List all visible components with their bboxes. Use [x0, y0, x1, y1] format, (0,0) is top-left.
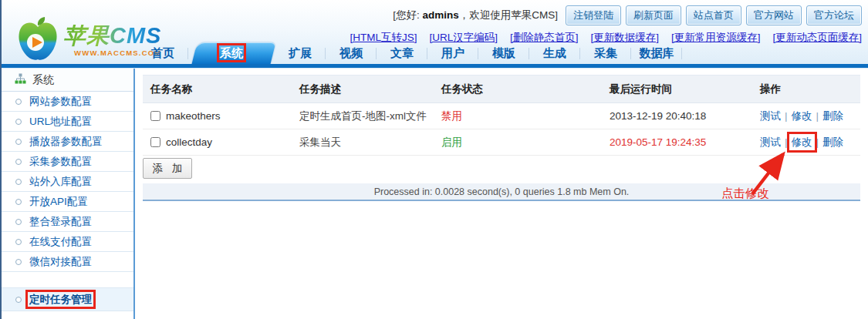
last-run-time: 2013-12-19 20:40:18 — [610, 110, 706, 122]
col-task-status: 任务状态 — [434, 76, 602, 103]
scheduled-tasks-red-box: 定时任务管理 — [29, 294, 92, 305]
link-update-resource-cache[interactable]: [更新常用资源缓存] — [671, 31, 761, 45]
task-description: 采集当天 — [292, 129, 434, 156]
status-badge: 禁用 — [441, 110, 462, 122]
sidebar-menu: 网站参数配置 URL地址配置 播放器参数配置 采集参数配置 站外入库配置 开放A… — [2, 92, 133, 272]
col-task-description: 任务描述 — [292, 76, 434, 103]
edit-link[interactable]: 修改 — [792, 110, 812, 122]
site-home-button[interactable]: 站点首页 — [686, 5, 741, 25]
header: 苹果CMS WWW.MACCMS.COM [您好: admins，欢迎使用苹果C… — [2, 0, 868, 68]
add-task-button[interactable]: 添 加 — [143, 158, 192, 179]
tab-system-label-red-box: 系统 — [220, 46, 243, 59]
table-row-makeothers: makeothers 定时生成首页-地图-xml文件 禁用 2013-12-19… — [143, 103, 860, 129]
sidebar-item-wechat[interactable]: 微信对接配置 — [2, 252, 133, 272]
processing-footer: Processed in: 0.0028 second(s), 0 querie… — [143, 183, 860, 201]
sidebar-item-collect-params[interactable]: 采集参数配置 — [2, 152, 133, 172]
official-site-button[interactable]: 官方网站 — [746, 5, 802, 25]
col-last-run-time: 最后运行时间 — [602, 76, 752, 103]
official-forum-button[interactable]: 官方论坛 — [806, 5, 862, 25]
maccms-admin-page: 苹果CMS WWW.MACCMS.COM [您好: admins，欢迎使用苹果C… — [0, 0, 868, 319]
sidebar-spacer — [2, 272, 133, 288]
last-run-time: 2019-05-17 19:24:35 — [610, 136, 706, 148]
task-description: 定时生成首页-地图-xml文件 — [292, 103, 434, 129]
sidebar-section-header: 系统 — [2, 69, 133, 92]
main-content: 任务名称 任务描述 任务状态 最后运行时间 操作 makeothers 定时生成… — [135, 69, 868, 319]
edit-link-highlighted[interactable]: 修改 — [792, 136, 812, 148]
nav-bottom-bar — [2, 64, 868, 68]
sidebar-section-title: 系统 — [32, 73, 54, 87]
table-row-collectday: collectday 采集当天 启用 2019-05-17 19:24:35 测… — [143, 129, 860, 156]
row-checkbox[interactable] — [150, 137, 160, 147]
row-checkbox[interactable] — [150, 111, 160, 121]
sidebar-item-site-params[interactable]: 网站参数配置 — [2, 92, 133, 112]
tab-extension[interactable]: 扩展 — [275, 42, 326, 64]
tab-collect[interactable]: 采集 — [580, 42, 631, 64]
table-header-row: 任务名称 任务描述 任务状态 最后运行时间 操作 — [143, 76, 860, 103]
tab-user[interactable]: 用户 — [427, 42, 478, 64]
delete-link[interactable]: 删除 — [822, 110, 843, 122]
sidebar-item-external-store[interactable]: 站外入库配置 — [2, 172, 133, 192]
tab-video[interactable]: 视频 — [326, 42, 377, 64]
main-nav: 首页 系统 扩展 视频 文章 用户 模版 生成 采集 数据库 — [137, 42, 682, 64]
tab-generate[interactable]: 生成 — [529, 42, 580, 64]
sidebar: 系统 网站参数配置 URL地址配置 播放器参数配置 采集参数配置 站外入库配置 … — [2, 69, 135, 319]
apple-logo-icon — [17, 17, 59, 65]
logout-button[interactable]: 注销登陆 — [566, 5, 621, 25]
sidebar-item-online-payment[interactable]: 在线支付配置 — [2, 232, 133, 252]
task-table: 任务名称 任务描述 任务状态 最后运行时间 操作 makeothers 定时生成… — [143, 75, 860, 156]
sidebar-item-player-params[interactable]: 播放器参数配置 — [2, 132, 133, 152]
col-actions: 操作 — [752, 76, 860, 103]
tab-article[interactable]: 文章 — [377, 42, 427, 64]
status-badge: 启用 — [441, 136, 462, 148]
test-link[interactable]: 测试 — [760, 136, 781, 148]
refresh-page-button[interactable]: 刷新页面 — [626, 5, 681, 25]
sidebar-item-open-api[interactable]: 开放API配置 — [2, 192, 133, 212]
sidebar-item-url-config[interactable]: URL地址配置 — [2, 112, 133, 132]
link-update-dynamic-cache[interactable]: [更新动态页面缓存] — [772, 31, 862, 45]
tab-template[interactable]: 模版 — [478, 42, 529, 64]
tab-system[interactable]: 系统 — [188, 42, 275, 64]
task-name: makeothers — [166, 110, 221, 122]
sitemap-icon — [15, 73, 26, 87]
tab-home[interactable]: 首页 — [137, 42, 188, 64]
sidebar-item-integrated-login[interactable]: 整合登录配置 — [2, 212, 133, 232]
username: admins — [422, 9, 458, 21]
test-link[interactable]: 测试 — [760, 110, 781, 122]
sidebar-item-scheduled-tasks[interactable]: 定时任务管理 — [2, 288, 133, 311]
delete-link[interactable]: 删除 — [822, 136, 843, 148]
task-name: collectday — [166, 136, 212, 148]
col-task-name: 任务名称 — [143, 76, 292, 103]
header-top-right: [您好: admins，欢迎使用苹果CMS] 注销登陆 刷新页面 站点首页 官方… — [350, 5, 862, 45]
greeting-text: [您好: admins，欢迎使用苹果CMS] — [393, 8, 558, 22]
tab-database[interactable]: 数据库 — [631, 42, 682, 64]
